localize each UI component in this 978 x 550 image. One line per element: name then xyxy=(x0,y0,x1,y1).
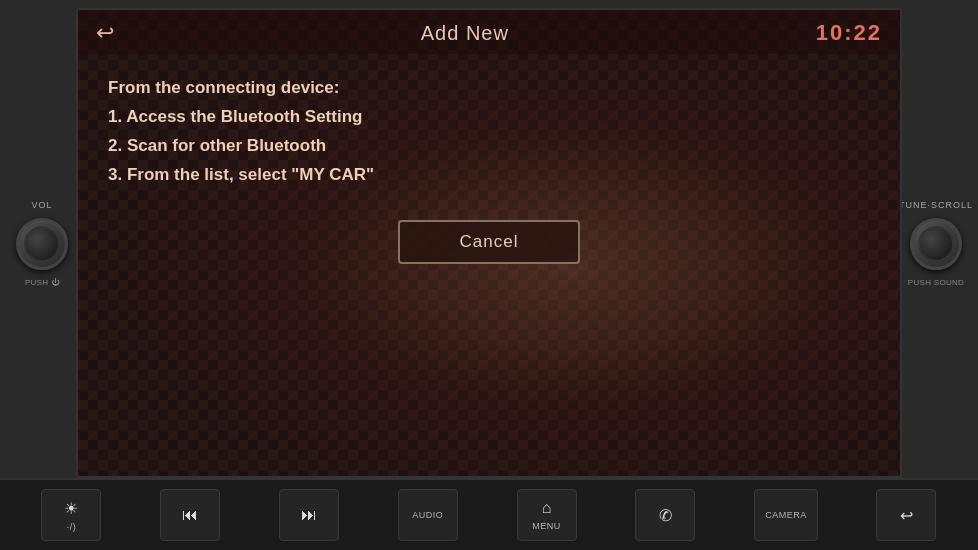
audio-button[interactable]: AUDIO xyxy=(398,489,458,541)
next-track-button[interactable]: ⏭ xyxy=(279,489,339,541)
screen-content: From the connecting device: 1. Access th… xyxy=(78,54,900,200)
screen-container: ↩ Add New 10:22 From the connecting devi… xyxy=(76,8,902,478)
phone-button[interactable]: ✆ xyxy=(635,489,695,541)
instruction-line-1: From the connecting device: xyxy=(108,74,870,103)
vol-label: VOL xyxy=(31,200,52,210)
left-knob-area: VOL PUSH ⏻ xyxy=(8,8,76,478)
menu-button[interactable]: ⌂ MENU xyxy=(517,489,577,541)
screen-title: Add New xyxy=(421,22,509,45)
prev-track-icon: ⏮ xyxy=(182,506,198,524)
audio-label: AUDIO xyxy=(412,510,443,520)
brightness-button[interactable]: ☀ ·/) xyxy=(41,489,101,541)
cancel-button[interactable]: Cancel xyxy=(398,220,581,264)
screen-header: ↩ Add New 10:22 xyxy=(78,10,900,54)
instruction-line-4: 3. From the list, select "MY CAR" xyxy=(108,161,870,190)
tune-scroll-knob[interactable] xyxy=(910,218,962,270)
main-screen: ↩ Add New 10:22 From the connecting devi… xyxy=(76,8,902,478)
push-power-label: PUSH ⏻ xyxy=(25,278,59,287)
right-knob-area: TUNE·SCROLL PUSH SOUND xyxy=(902,8,970,478)
tune-scroll-label: TUNE·SCROLL xyxy=(899,200,973,210)
instruction-line-3: 2. Scan for other Bluetooth xyxy=(108,132,870,161)
phone-icon: ✆ xyxy=(659,506,672,525)
instruction-line-2: 1. Access the Bluetooth Setting xyxy=(108,103,870,132)
screen-time: 10:22 xyxy=(816,20,882,46)
brightness-label: ·/) xyxy=(67,522,77,532)
next-track-icon: ⏭ xyxy=(301,506,317,524)
home-icon: ⌂ xyxy=(542,499,552,517)
car-infotainment-unit: VOL PUSH ⏻ ↩ Add New 10:22 xyxy=(0,0,978,550)
prev-track-button[interactable]: ⏮ xyxy=(160,489,220,541)
back-nav-icon: ↩ xyxy=(900,506,913,525)
back-button[interactable]: ↩ xyxy=(96,20,114,46)
push-sound-label: PUSH SOUND xyxy=(908,278,964,287)
back-nav-button[interactable]: ↩ xyxy=(876,489,936,541)
menu-label: MENU xyxy=(532,521,561,531)
instructions-text: From the connecting device: 1. Access th… xyxy=(108,74,870,190)
camera-button[interactable]: CAMERA xyxy=(754,489,818,541)
brightness-icon: ☀ xyxy=(64,499,78,518)
vol-knob[interactable] xyxy=(16,218,68,270)
cancel-area: Cancel xyxy=(78,220,900,264)
camera-label: CAMERA xyxy=(765,510,807,520)
bottom-bar: ☀ ·/) ⏮ ⏭ AUDIO ⌂ MENU ✆ CAMERA ↩ xyxy=(0,478,978,550)
screen-area: VOL PUSH ⏻ ↩ Add New 10:22 xyxy=(0,0,978,478)
